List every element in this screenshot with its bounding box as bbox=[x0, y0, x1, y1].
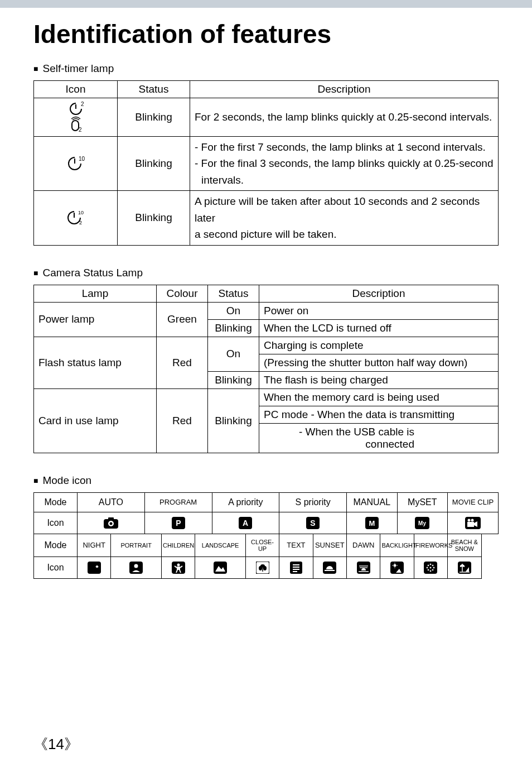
flash-blink-status: Blinking bbox=[208, 371, 259, 388]
desc-3-l1: A picture will be taken after about 10 s… bbox=[195, 195, 480, 223]
page-title: Identification of features bbox=[33, 19, 499, 49]
flash-on-d2: (Pressing the shutter button half way do… bbox=[259, 354, 499, 371]
icon-10s: 10 bbox=[34, 137, 118, 191]
flash-blink-desc: The flash is being charged bbox=[259, 371, 499, 388]
page-number: 《14》 bbox=[33, 735, 79, 754]
card-d2: PC mode - When the data is transmitting bbox=[259, 406, 499, 423]
remote-2s-icon: 2 bbox=[69, 116, 83, 133]
backlight-icon bbox=[380, 556, 414, 578]
desc-1: For 2 seconds, the lamp blinks quickly a… bbox=[190, 98, 499, 137]
mode-dawn: DAWN bbox=[347, 534, 380, 556]
icon-10-2s: 102 bbox=[34, 191, 118, 245]
flash-on-status: On bbox=[208, 337, 259, 371]
desc-3: A picture will be taken after about 10 s… bbox=[190, 191, 499, 245]
svg-text:My: My bbox=[418, 520, 426, 526]
mode-a: A priority bbox=[212, 492, 279, 512]
fireworks-icon bbox=[414, 556, 447, 578]
svg-point-33 bbox=[177, 563, 180, 566]
self-timer-heading: ■ Self-timer lamp bbox=[33, 63, 499, 75]
svg-rect-39 bbox=[214, 562, 227, 574]
svg-point-27 bbox=[471, 519, 474, 521]
flash-on-d1: Charging is complete bbox=[259, 337, 499, 354]
a-priority-icon: A bbox=[212, 512, 279, 534]
desc-2-l3: intervals. bbox=[195, 174, 244, 186]
th-colour: Colour bbox=[157, 285, 208, 302]
th-lamp: Lamp bbox=[34, 285, 157, 302]
card-d1: When the memory card is being used bbox=[259, 388, 499, 406]
timer-2s-icon: 2 bbox=[67, 102, 84, 116]
mode-night: NIGHT bbox=[78, 534, 111, 556]
power-on-desc: Power on bbox=[259, 302, 499, 319]
svg-point-71 bbox=[432, 565, 433, 566]
svg-text:10: 10 bbox=[78, 210, 84, 215]
page-number-value: 14 bbox=[48, 736, 64, 752]
mode-children: CHILDREN bbox=[161, 534, 195, 556]
th-status: Status bbox=[118, 81, 190, 98]
mode-icon-heading: ■ Mode icon bbox=[33, 474, 499, 487]
svg-text:2: 2 bbox=[79, 127, 82, 133]
svg-point-31 bbox=[134, 564, 138, 568]
th-status2: Status bbox=[208, 285, 259, 302]
r2-label: Icon bbox=[34, 512, 78, 534]
landscape-icon bbox=[195, 556, 246, 578]
svg-text:10: 10 bbox=[79, 156, 85, 162]
desc-2: - For the first 7 seconds, the lamp blin… bbox=[190, 137, 499, 191]
mode-icon-label: Mode icon bbox=[42, 474, 91, 487]
mode-s: S priority bbox=[279, 492, 347, 512]
mode-text: TEXT bbox=[279, 534, 313, 556]
mode-icon-table: Mode AUTO PROGRAM A priority S priority … bbox=[33, 492, 499, 579]
mode-movie: MOVIE CLIP bbox=[448, 492, 499, 512]
portrait-icon bbox=[111, 556, 162, 578]
mode-manual: MANUAL bbox=[347, 492, 398, 512]
timer-double-icon: 102 bbox=[66, 209, 86, 226]
mode-fireworks: FIREWORKS bbox=[414, 534, 447, 556]
mode-auto: AUTO bbox=[78, 492, 145, 512]
power-colour: Green bbox=[157, 302, 208, 337]
r1-label: Mode bbox=[34, 492, 78, 512]
header-divider bbox=[0, 0, 532, 8]
th-desc: Description bbox=[190, 81, 499, 98]
svg-point-70 bbox=[428, 565, 429, 566]
th-icon: Icon bbox=[34, 81, 118, 98]
s-priority-icon: S bbox=[279, 512, 347, 534]
th-desc2: Description bbox=[259, 285, 499, 302]
bullet-icon: ■ bbox=[33, 268, 38, 277]
closeup-icon bbox=[245, 556, 279, 578]
svg-rect-28 bbox=[88, 562, 101, 574]
svg-rect-2 bbox=[72, 121, 79, 131]
timer-10s-icon: 10 bbox=[66, 155, 85, 172]
bullet-icon: ■ bbox=[33, 476, 38, 485]
svg-point-43 bbox=[259, 566, 262, 570]
r3-label: Mode bbox=[34, 534, 78, 556]
status-3: Blinking bbox=[118, 191, 190, 245]
svg-point-72 bbox=[428, 569, 429, 570]
icon-2s-remote: 2 2 bbox=[34, 98, 118, 137]
flash-colour: Red bbox=[157, 337, 208, 388]
mode-sunset: SUNSET bbox=[313, 534, 346, 556]
mode-closeup: CLOSE-UP bbox=[245, 534, 279, 556]
card-lamp-label: Card in use lamp bbox=[34, 388, 157, 453]
self-timer-label: Self-timer lamp bbox=[42, 63, 114, 75]
mode-landscape: LANDSCAPE bbox=[195, 534, 246, 556]
camera-status-label: Camera Status Lamp bbox=[42, 267, 143, 279]
svg-point-26 bbox=[468, 519, 471, 521]
svg-point-65 bbox=[430, 567, 431, 568]
r4-label: Icon bbox=[34, 556, 78, 578]
svg-text:2: 2 bbox=[79, 220, 82, 226]
power-blink-desc: When the LCD is turned off bbox=[259, 319, 499, 337]
power-on-status: On bbox=[208, 302, 259, 319]
desc-2-l2: - For the final 3 seconds, the lamp blin… bbox=[195, 157, 493, 169]
status-1: Blinking bbox=[118, 98, 190, 137]
svg-text:M: M bbox=[369, 519, 375, 527]
svg-point-58 bbox=[394, 564, 396, 567]
svg-point-69 bbox=[433, 567, 434, 568]
program-icon: P bbox=[144, 512, 212, 534]
power-blink-status: Blinking bbox=[208, 319, 259, 337]
movie-clip-icon bbox=[448, 512, 499, 534]
camera-status-table: Lamp Colour Status Description Power lam… bbox=[33, 285, 499, 453]
desc-3-l2: a second picture will be taken. bbox=[195, 228, 337, 240]
auto-icon bbox=[78, 512, 145, 534]
svg-rect-24 bbox=[467, 522, 474, 527]
dawn-icon bbox=[347, 556, 380, 578]
desc-2-l1: - For the first 7 seconds, the lamp blin… bbox=[195, 141, 486, 153]
